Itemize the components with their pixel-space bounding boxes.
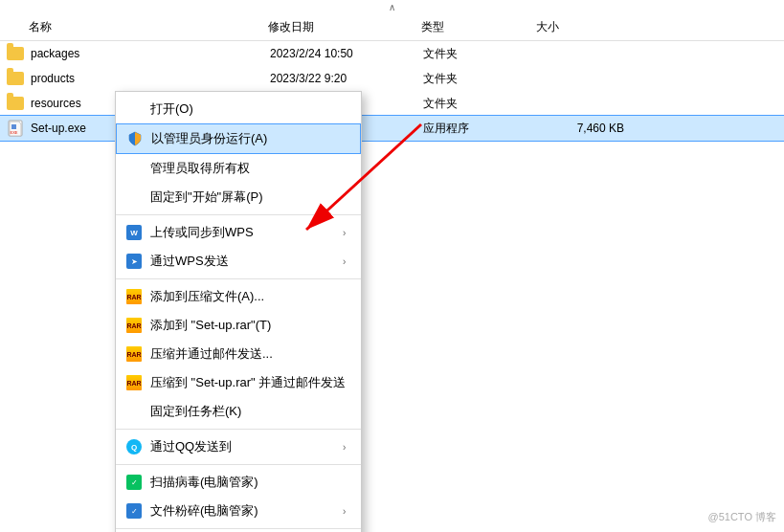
scroll-up-indicator: ∧ [0,0,784,14]
file-name-products: products [31,72,270,85]
menu-label-take-ownership: 管理员取得所有权 [150,160,250,177]
menu-item-take-ownership[interactable]: 管理员取得所有权 [116,154,361,183]
svg-text:EXE: EXE [11,130,18,135]
menu-item-pin-start[interactable]: 固定到"开始"屏幕(P) [116,183,361,211]
svg-rect-5 [11,124,16,129]
file-date-products: 2023/3/22 9:20 [270,72,423,85]
qq-icon: Q [123,437,145,456]
file-row-packages[interactable]: packages 2023/2/24 10:50 文件夹 [0,41,784,66]
menu-label-run-admin: 以管理员身份运行(A) [151,130,267,147]
file-explorer: ∧ 名称 修改日期 类型 大小 packages 2023/2/24 10:50… [0,0,784,532]
file-name-packages: packages [31,47,270,60]
separator-2 [116,278,361,279]
menu-item-add-rar[interactable]: RAR 添加到 "Set-up.rar"(T) [116,311,361,340]
rar-email-icon: RAR [123,373,145,392]
wps-send-icon: ➤ [123,252,145,271]
arrow-send-wps: › [343,256,346,267]
file-size-setup-exe: 7,460 KB [538,122,634,135]
menu-label-pin-start: 固定到"开始"屏幕(P) [150,188,263,206]
file-type-setup-exe: 应用程序 [423,121,538,137]
menu-item-scan-virus[interactable]: ✓ 扫描病毒(电脑管家) [116,468,361,497]
folder-icon-packages [6,44,25,63]
rar-icon: RAR [123,316,145,335]
table-header: 名称 修改日期 类型 大小 [0,14,784,41]
folder-icon-resources [6,94,25,113]
menu-label-open: 打开(O) [150,100,193,118]
menu-label-qq-send: 通过QQ发送到 [150,438,232,455]
separator-1 [116,214,361,215]
arrow-upload-wps: › [343,228,346,238]
menu-item-qq-send[interactable]: Q 通过QQ发送到 › [116,432,361,461]
menu-item-run-admin[interactable]: 以管理员身份运行(A) [116,123,361,154]
tencent-shield-icon: ✓ [123,473,145,492]
menu-label-compress-email: 压缩并通过邮件发送... [150,345,273,363]
menu-item-compress-email[interactable]: RAR 压缩并通过邮件发送... [116,340,361,368]
file-type-products: 文件夹 [423,71,538,87]
open-icon [123,100,145,119]
menu-item-add-archive[interactable]: RAR 添加到压缩文件(A)... [116,282,361,311]
file-date-packages: 2023/2/24 10:50 [270,47,423,60]
arrow-shred: › [343,506,346,517]
file-type-packages: 文件夹 [423,46,538,62]
file-type-resources: 文件夹 [423,96,538,112]
separator-3 [116,429,361,430]
file-row-products[interactable]: products 2023/3/22 9:20 文件夹 [0,66,784,91]
exe-icon-setup: EXE [6,119,25,138]
col-size-header[interactable]: 大小 [536,19,632,35]
menu-label-add-rar: 添加到 "Set-up.rar"(T) [150,317,271,334]
folder-icon-products [6,69,25,88]
menu-label-add-archive: 添加到压缩文件(A)... [150,288,264,305]
menu-label-shred-file: 文件粉碎(电脑管家) [150,502,258,520]
pin-start-icon [123,188,145,207]
menu-label-upload-wps: 上传或同步到WPS [150,224,254,241]
context-menu: 打开(O) 以管理员身份运行(A) 管理员取得所有权 固定到"开始"屏幕(P) [115,91,362,532]
tencent-blue-icon: ✓ [123,501,145,521]
archive-add-icon: RAR [123,287,145,306]
menu-item-compress-rar-email[interactable]: RAR 压缩到 "Set-up.rar" 并通过邮件发送 [116,368,361,397]
watermark: @51CTO 博客 [708,510,776,524]
take-ownership-icon [123,159,145,178]
separator-4 [116,464,361,465]
arrow-qq: › [343,442,346,453]
menu-label-scan-virus: 扫描病毒(电脑管家) [150,474,258,491]
menu-label-send-wps: 通过WPS发送 [150,253,229,270]
wps-upload-icon: W [123,223,145,242]
menu-item-upload-wps[interactable]: W 上传或同步到WPS › [116,218,361,247]
menu-item-pin-taskbar[interactable]: 固定到任务栏(K) [116,397,361,426]
menu-item-send-wps[interactable]: ➤ 通过WPS发送 › [116,247,361,276]
col-name-header[interactable]: 名称 [0,19,268,35]
menu-label-compress-rar-email: 压缩到 "Set-up.rar" 并通过邮件发送 [150,374,346,391]
compress-email-icon: RAR [123,344,145,364]
pin-taskbar-icon [123,402,145,421]
col-type-header[interactable]: 类型 [421,19,536,35]
menu-item-open[interactable]: 打开(O) [116,95,361,123]
menu-label-pin-taskbar: 固定到任务栏(K) [150,403,241,420]
shield-icon [124,129,146,148]
separator-5 [116,528,361,529]
menu-item-shred-file[interactable]: ✓ 文件粉碎(电脑管家) › [116,497,361,525]
col-date-header[interactable]: 修改日期 [268,19,421,35]
